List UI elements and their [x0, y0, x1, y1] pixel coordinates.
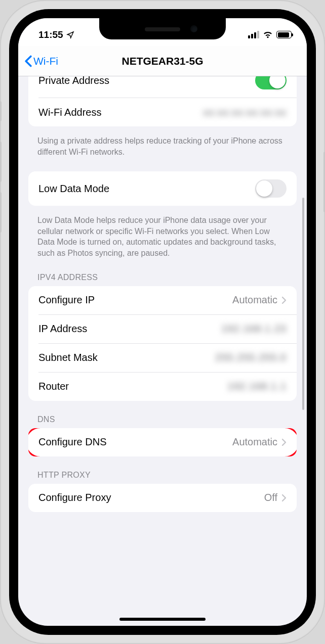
mute-switch [0, 101, 2, 121]
ip-address-value: 192.168.1.23 [221, 323, 287, 335]
row-router: Router 192.168.1.1 [28, 373, 297, 401]
private-address-label: Private Address [38, 76, 255, 86]
row-configure-ip[interactable]: Configure IP Automatic [28, 286, 297, 314]
status-left: 11:55 [38, 29, 74, 40]
low-data-footer: Low Data Mode helps reduce your iPhone d… [37, 215, 288, 258]
configure-ip-label: Configure IP [38, 294, 232, 306]
ipv4-header: IPV4 ADDRESS [37, 273, 288, 282]
back-label: Wi-Fi [33, 55, 58, 67]
configure-proxy-value: Off [264, 492, 287, 503]
group-private-address: Private Address Wi-Fi Address xx:xx:xx:x… [28, 76, 297, 126]
group-proxy: Configure Proxy Off [28, 484, 297, 512]
scroll-indicator [302, 198, 304, 410]
row-private-address[interactable]: Private Address [28, 76, 297, 98]
group-low-data: Low Data Mode [28, 171, 297, 206]
group-ipv4: Configure IP Automatic IP Address 192.16… [28, 286, 297, 401]
ip-address-label: IP Address [38, 323, 221, 335]
wifi-address-label: Wi-Fi Address [38, 107, 203, 118]
router-label: Router [38, 381, 227, 392]
row-subnet-mask: Subnet Mask 255.255.255.0 [28, 344, 297, 372]
device-frame: 11:55 [0, 0, 325, 644]
volume-up-button [0, 142, 2, 182]
private-address-toggle[interactable] [255, 76, 287, 89]
volume-down-button [0, 192, 2, 233]
dns-header: DNS [37, 415, 288, 424]
router-value: 192.168.1.1 [227, 381, 287, 392]
back-button[interactable]: Wi-Fi [24, 55, 58, 67]
low-data-toggle[interactable] [255, 179, 287, 198]
configure-proxy-label: Configure Proxy [38, 492, 264, 503]
content-scroll[interactable]: Private Address Wi-Fi Address xx:xx:xx:x… [18, 76, 307, 626]
device-bezel: 11:55 [9, 9, 316, 635]
group-dns: Configure DNS Automatic [28, 428, 297, 456]
notch [99, 18, 226, 39]
row-ip-address: IP Address 192.168.1.23 [28, 315, 297, 343]
configure-ip-value: Automatic [232, 294, 287, 306]
row-wifi-address: Wi-Fi Address xx:xx:xx:xx:xx:xx [28, 98, 297, 126]
nav-title: NETGEAR31-5G [18, 55, 307, 67]
status-time: 11:55 [38, 29, 63, 40]
wifi-address-value: xx:xx:xx:xx:xx:xx [203, 107, 287, 118]
battery-icon [276, 31, 292, 38]
proxy-header: HTTP PROXY [37, 471, 288, 480]
chevron-right-icon [281, 494, 287, 502]
subnet-mask-label: Subnet Mask [38, 352, 215, 363]
home-indicator[interactable] [119, 618, 206, 621]
subnet-mask-value: 255.255.255.0 [215, 352, 287, 363]
row-low-data-mode[interactable]: Low Data Mode [28, 171, 297, 206]
row-configure-proxy[interactable]: Configure Proxy Off [28, 484, 297, 512]
configure-dns-label: Configure DNS [38, 436, 232, 448]
status-right [248, 31, 292, 38]
configure-dns-value: Automatic [232, 436, 287, 448]
nav-bar: Wi-Fi NETGEAR31-5G [18, 46, 307, 76]
screen: 11:55 [18, 18, 307, 626]
cellular-signal-icon [248, 31, 259, 38]
low-data-label: Low Data Mode [38, 183, 255, 195]
wifi-icon [263, 31, 273, 38]
chevron-right-icon [281, 296, 287, 304]
private-address-footer: Using a private address helps reduce tra… [37, 135, 288, 157]
row-configure-dns[interactable]: Configure DNS Automatic [28, 428, 297, 456]
location-icon [66, 31, 74, 39]
chevron-right-icon [281, 438, 287, 446]
